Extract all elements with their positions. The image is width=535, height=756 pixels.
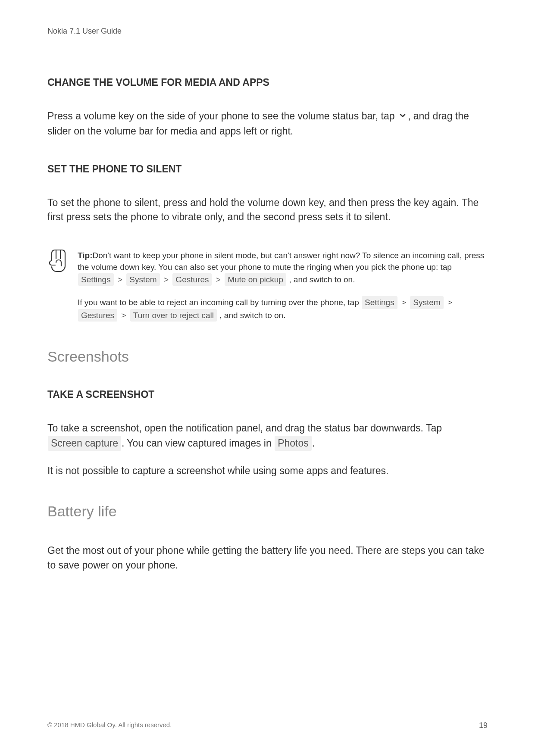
pill-gestures: Gestures <box>172 273 212 286</box>
tip-p1-part2: , and switch to on. <box>289 275 355 284</box>
screenshot-p1-part3: . <box>312 437 315 449</box>
tip-p1-part1: Don't want to keep your phone in silent … <box>78 251 484 272</box>
tip-paragraph-2: If you want to be able to reject an inco… <box>78 296 488 322</box>
section-heading-take-screenshot: TAKE A SCREENSHOT <box>47 389 488 400</box>
separator: > <box>216 275 221 284</box>
tip-block: Tip:Don't want to keep your phone in sil… <box>47 250 488 332</box>
battery-paragraph: Get the most out of your phone while get… <box>47 544 488 572</box>
page-number: 19 <box>479 721 488 730</box>
tip-icon <box>47 249 69 275</box>
tip-label: Tip: <box>78 251 92 260</box>
pill-turn-over-to-reject: Turn over to reject call <box>130 309 217 322</box>
pill-system: System <box>126 273 160 286</box>
document-header: Nokia 7.1 User Guide <box>47 27 488 36</box>
separator: > <box>401 298 406 307</box>
pill-settings: Settings <box>362 296 397 309</box>
screenshot-paragraph-1: To take a screenshot, open the notificat… <box>47 421 488 451</box>
volume-paragraph: Press a volume key on the side of your p… <box>47 109 488 138</box>
pill-mute-on-pickup: Mute on pickup <box>225 273 286 286</box>
copyright-text: © 2018 HMD Global Oy. All rights reserve… <box>47 721 172 730</box>
tip-paragraph-1: Tip:Don't want to keep your phone in sil… <box>78 250 488 286</box>
volume-para-part1: Press a volume key on the side of your p… <box>47 110 397 122</box>
section-title-battery: Battery life <box>47 503 488 520</box>
pill-gestures: Gestures <box>78 309 117 322</box>
screenshot-paragraph-2: It is not possible to capture a screensh… <box>47 464 488 478</box>
chevron-down-icon <box>398 109 407 124</box>
pill-photos: Photos <box>275 436 312 451</box>
section-title-screenshots: Screenshots <box>47 348 488 365</box>
tip-content: Tip:Don't want to keep your phone in sil… <box>78 250 488 332</box>
screenshot-p1-part2: . You can view captured images in <box>122 437 274 449</box>
pill-settings: Settings <box>78 273 114 286</box>
section-heading-volume: CHANGE THE VOLUME FOR MEDIA AND APPS <box>47 77 488 88</box>
silent-paragraph: To set the phone to silent, press and ho… <box>47 196 488 225</box>
pill-screen-capture: Screen capture <box>48 436 121 451</box>
section-heading-silent: SET THE PHONE TO SILENT <box>47 163 488 175</box>
separator: > <box>164 275 169 284</box>
separator: > <box>121 311 126 320</box>
tip-p2-part2: , and switch to on. <box>219 311 285 320</box>
screenshot-p1-part1: To take a screenshot, open the notificat… <box>47 422 442 434</box>
separator: > <box>118 275 122 284</box>
tip-p2-part1: If you want to be able to reject an inco… <box>78 298 361 307</box>
footer: © 2018 HMD Global Oy. All rights reserve… <box>47 721 488 730</box>
pill-system: System <box>410 296 443 309</box>
separator: > <box>447 298 452 307</box>
